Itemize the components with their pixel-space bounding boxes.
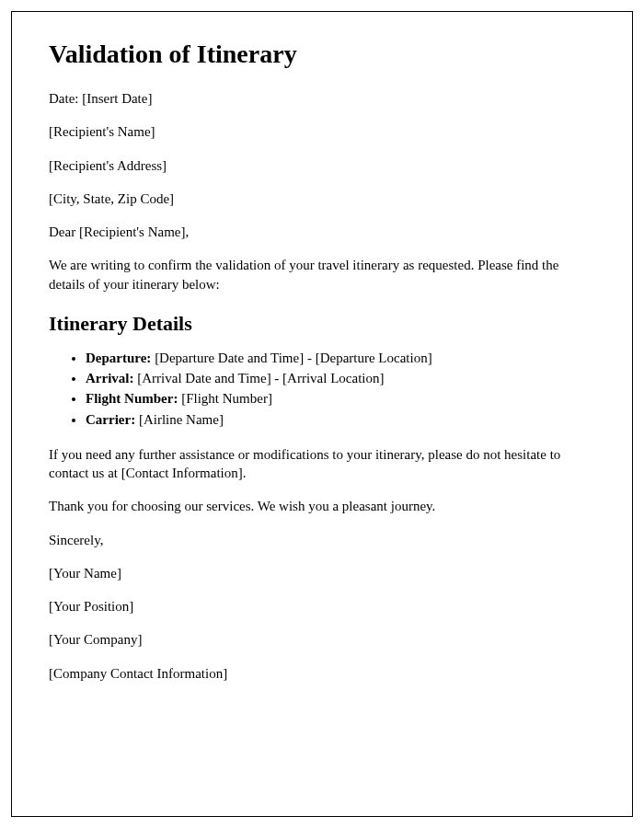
departure-value: [Departure Date and Time] - [Departure L… bbox=[151, 351, 431, 365]
salutation: Dear [Recipient's Name], bbox=[49, 223, 595, 241]
document-container: Validation of Itinerary Date: [Insert Da… bbox=[11, 11, 633, 817]
arrival-label: Arrival: bbox=[86, 371, 133, 385]
thanks-paragraph: Thank you for choosing our services. We … bbox=[49, 497, 595, 515]
departure-label: Departure: bbox=[86, 351, 151, 365]
document-title: Validation of Itinerary bbox=[49, 40, 595, 69]
flight-value: [Flight Number] bbox=[178, 391, 272, 406]
recipient-name: [Recipient's Name] bbox=[49, 122, 595, 141]
carrier-label: Carrier: bbox=[86, 412, 135, 427]
list-item-carrier: Carrier: [Airline Name] bbox=[86, 410, 595, 429]
carrier-value: [Airline Name] bbox=[135, 412, 224, 427]
recipient-address: [Recipient's Address] bbox=[49, 156, 595, 175]
list-item-flight: Flight Number: [Flight Number] bbox=[86, 389, 595, 408]
sender-position: [Your Position] bbox=[49, 597, 595, 615]
arrival-value: [Arrival Date and Time] - [Arrival Locat… bbox=[133, 371, 384, 385]
sender-contact: [Company Contact Information] bbox=[49, 664, 595, 683]
recipient-city: [City, State, Zip Code] bbox=[49, 190, 595, 208]
closing: Sincerely, bbox=[49, 531, 595, 549]
assistance-paragraph: If you need any further assistance or mo… bbox=[49, 445, 595, 483]
sender-company: [Your Company] bbox=[49, 630, 595, 649]
itinerary-list: Departure: [Departure Date and Time] - [… bbox=[86, 349, 595, 429]
list-item-departure: Departure: [Departure Date and Time] - [… bbox=[86, 349, 595, 367]
list-item-arrival: Arrival: [Arrival Date and Time] - [Arri… bbox=[86, 369, 595, 387]
flight-label: Flight Number: bbox=[86, 391, 178, 406]
sender-name: [Your Name] bbox=[49, 564, 595, 582]
intro-paragraph: We are writing to confirm the validation… bbox=[49, 256, 595, 293]
date-line: Date: [Insert Date] bbox=[49, 89, 595, 108]
details-heading: Itinerary Details bbox=[49, 312, 595, 336]
